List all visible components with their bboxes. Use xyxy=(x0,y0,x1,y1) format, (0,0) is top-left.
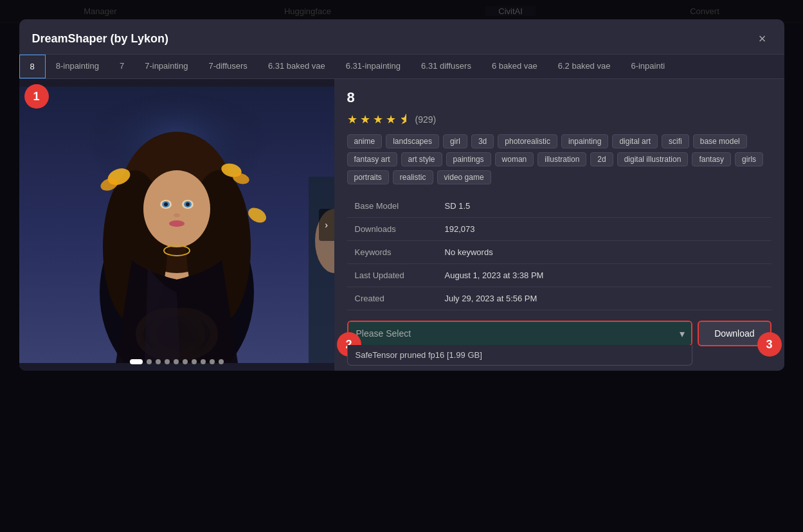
svg-point-20 xyxy=(164,202,168,206)
tag-3d[interactable]: 3d xyxy=(471,134,494,148)
tab-6-31-baked-vae[interactable]: 6.31 baked vae xyxy=(258,55,336,78)
tab-7-inpainting[interactable]: 7-inpainting xyxy=(134,55,198,78)
tag-base-model[interactable]: base model xyxy=(693,134,747,148)
tag-fantasy-art[interactable]: fantasy art xyxy=(347,152,397,166)
keywords-label: Keywords xyxy=(347,241,437,264)
tag-girls[interactable]: girls xyxy=(735,152,763,166)
created-value: July 29, 2023 at 5:56 PM xyxy=(437,287,771,310)
tag-digital-illustration[interactable]: digital illustration xyxy=(617,152,689,166)
tab-6-inpainting[interactable]: 6-inpainti xyxy=(620,55,675,78)
tag-landscapes[interactable]: landscapes xyxy=(386,134,439,148)
dot-4[interactable] xyxy=(174,359,179,364)
modal-body: 1 xyxy=(19,79,784,371)
rating-row: ★ ★ ★ ★ ⯨ (929) xyxy=(347,112,771,127)
modal-title: DreamShaper (by Lykon) xyxy=(32,32,168,46)
keywords-value: No keywords xyxy=(437,241,771,264)
image-dots xyxy=(130,359,224,364)
modal-overlay: DreamShaper (by Lykon) × 8 8-inpainting … xyxy=(0,0,803,532)
tab-6-2-baked-vae[interactable]: 6.2 baked vae xyxy=(548,55,621,78)
keywords-row: Keywords No keywords xyxy=(347,241,771,264)
svg-point-23 xyxy=(169,220,185,227)
badge-3: 3 xyxy=(757,332,782,357)
tab-8-inpainting[interactable]: 8-inpainting xyxy=(46,55,109,78)
tab-6-31-diffusers[interactable]: 6.31 diffusers xyxy=(411,55,482,78)
tag-paintings[interactable]: paintings xyxy=(446,152,491,166)
tag-inpainting[interactable]: inpainting xyxy=(561,134,608,148)
tag-2d[interactable]: 2d xyxy=(590,152,613,166)
next-image-button[interactable]: › xyxy=(319,209,334,241)
dot-3[interactable] xyxy=(165,359,170,364)
image-panel: 1 xyxy=(19,79,334,371)
tag-video-game[interactable]: video game xyxy=(437,170,491,184)
created-label: Created xyxy=(347,287,437,310)
tab-8[interactable]: 8 xyxy=(19,55,46,78)
select-wrapper: Please Select SafeTensor pruned fp16 [1.… xyxy=(347,321,693,346)
version-tabs: 8 8-inpainting 7 7-inpainting 7-diffuser… xyxy=(19,55,784,79)
tag-realistic[interactable]: realistic xyxy=(393,170,433,184)
created-row: Created July 29, 2023 at 5:56 PM xyxy=(347,287,771,310)
dot-7[interactable] xyxy=(201,359,206,364)
dot-0[interactable] xyxy=(130,359,143,364)
svg-point-21 xyxy=(186,202,190,206)
model-version-title: 8 xyxy=(347,89,771,106)
dot-5[interactable] xyxy=(183,359,188,364)
tag-anime[interactable]: anime xyxy=(347,134,383,148)
star-4: ★ xyxy=(386,112,396,127)
base-model-label: Base Model xyxy=(347,195,437,218)
dot-9[interactable] xyxy=(219,359,224,364)
downloads-value: 192,073 xyxy=(437,218,771,241)
close-button[interactable]: × xyxy=(753,30,771,48)
dot-1[interactable] xyxy=(147,359,152,364)
rating-count: (929) xyxy=(415,114,437,125)
star-3: ★ xyxy=(373,112,383,127)
tag-fantasy[interactable]: fantasy xyxy=(692,152,731,166)
tag-photorealistic[interactable]: photorealistic xyxy=(498,134,557,148)
dot-8[interactable] xyxy=(210,359,215,364)
download-section: Please Select SafeTensor pruned fp16 [1.… xyxy=(347,321,771,346)
star-5: ⯨ xyxy=(399,113,410,127)
modal-dialog: DreamShaper (by Lykon) × 8 8-inpainting … xyxy=(19,19,784,371)
svg-point-15 xyxy=(143,170,210,247)
file-select[interactable]: Please Select SafeTensor pruned fp16 [1.… xyxy=(348,322,692,345)
modal-header: DreamShaper (by Lykon) × xyxy=(19,19,784,55)
dot-6[interactable] xyxy=(192,359,197,364)
downloads-row: Downloads 192,073 xyxy=(347,218,771,241)
info-panel: 8 ★ ★ ★ ★ ⯨ (929) anime landscapes girl … xyxy=(334,79,784,371)
svg-point-22 xyxy=(174,213,180,217)
tag-portraits[interactable]: portraits xyxy=(347,170,389,184)
badge-1: 1 xyxy=(24,84,49,109)
dot-2[interactable] xyxy=(156,359,161,364)
dropdown-option-safetensor[interactable]: SafeTensor pruned fp16 [1.99 GB] xyxy=(347,345,693,366)
tab-7[interactable]: 7 xyxy=(109,55,134,78)
tags-container: anime landscapes girl 3d photorealistic … xyxy=(347,134,771,184)
base-model-value: SD 1.5 xyxy=(437,195,771,218)
star-1: ★ xyxy=(347,112,357,127)
tag-illustration[interactable]: illustration xyxy=(537,152,586,166)
tag-scifi[interactable]: scifi xyxy=(662,134,689,148)
last-updated-value: August 1, 2023 at 3:38 PM xyxy=(437,264,771,287)
downloads-label: Downloads xyxy=(347,218,437,241)
tag-art-style[interactable]: art style xyxy=(401,152,442,166)
main-artwork xyxy=(19,87,334,363)
tag-girl[interactable]: girl xyxy=(443,134,467,148)
tag-digital-art[interactable]: digital art xyxy=(612,134,658,148)
star-2: ★ xyxy=(360,112,370,127)
tab-7-diffusers[interactable]: 7-diffusers xyxy=(198,55,257,78)
tab-6-31-inpainting[interactable]: 6.31-inpainting xyxy=(336,55,411,78)
last-updated-label: Last Updated xyxy=(347,264,437,287)
tab-6-baked-vae[interactable]: 6 baked vae xyxy=(482,55,548,78)
tag-woman[interactable]: woman xyxy=(495,152,534,166)
base-model-row: Base Model SD 1.5 xyxy=(347,195,771,218)
last-updated-row: Last Updated August 1, 2023 at 3:38 PM xyxy=(347,264,771,287)
info-table: Base Model SD 1.5 Downloads 192,073 Keyw… xyxy=(347,195,771,310)
